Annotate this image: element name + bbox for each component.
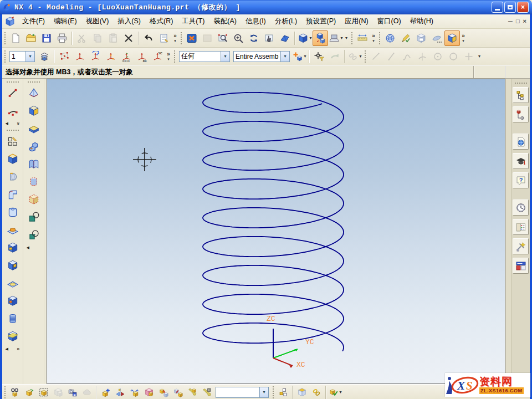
menu-analysis[interactable]: 分析(L) <box>270 15 301 28</box>
system-tools-button[interactable] <box>513 238 529 254</box>
shaded-view-button[interactable]: ▾ <box>297 30 313 46</box>
snap-point-button[interactable]: ▾ <box>347 49 362 64</box>
toolbar-drag-handle[interactable] <box>272 385 274 399</box>
unite-button[interactable] <box>25 208 43 226</box>
help-button[interactable]: ? <box>513 172 529 188</box>
revolve-button[interactable] <box>4 168 22 186</box>
toolbar-drag-handle[interactable] <box>3 385 6 399</box>
zoom-button[interactable] <box>215 30 231 46</box>
extrude-button[interactable] <box>4 150 22 168</box>
component-preview-button[interactable] <box>80 385 94 399</box>
explode-assembly-button[interactable] <box>276 385 290 399</box>
toolbar-overflow-button[interactable]: »▾ <box>460 31 467 45</box>
maximize-button[interactable] <box>504 2 516 13</box>
menu-window[interactable]: 窗口(O) <box>373 15 406 28</box>
toolbar-drag-handle[interactable] <box>378 31 381 45</box>
reset-filter-button[interactable] <box>327 49 342 64</box>
training-button[interactable] <box>513 153 529 169</box>
line-tool-button[interactable] <box>368 49 383 64</box>
wcs-dynamics-button[interactable] <box>72 49 88 64</box>
web-browser-button[interactable] <box>513 258 529 274</box>
pan-view-button[interactable] <box>262 30 277 46</box>
rotate-view-button[interactable] <box>246 30 262 46</box>
graphics-viewport[interactable]: ZCYCXC <box>47 79 505 384</box>
open-button[interactable] <box>23 30 39 46</box>
menu-view[interactable]: 视图(V) <box>81 15 114 28</box>
toolbar-overflow-button[interactable]: »▾ <box>370 31 377 45</box>
thread-button[interactable] <box>4 310 22 328</box>
menu-information[interactable]: 信息(I) <box>241 15 270 28</box>
point-tool-button[interactable] <box>461 49 477 64</box>
menu-assemblies[interactable]: 装配(A) <box>209 15 241 28</box>
toolbar-drag-handle[interactable] <box>514 81 528 84</box>
mdi-close-button[interactable]: × <box>523 18 526 24</box>
wave-geometry-linker-button[interactable] <box>295 385 309 399</box>
spline-tool-button[interactable] <box>399 49 415 64</box>
sheet-operation-button[interactable] <box>429 30 444 46</box>
wcs-set-yc-button[interactable]: YC <box>150 49 165 64</box>
open-component-button[interactable] <box>22 385 37 399</box>
menu-file[interactable]: 文件(F) <box>18 15 49 28</box>
part-navigator-button[interactable] <box>513 106 529 122</box>
close-button[interactable]: × <box>517 2 529 13</box>
datum-plane-button[interactable] <box>25 84 43 102</box>
selection-filter-combo-dropdown-button[interactable]: ▾ <box>221 52 229 62</box>
hole-button[interactable] <box>4 292 22 310</box>
toolbar-drag-handle[interactable] <box>6 80 20 83</box>
move-component-button[interactable] <box>127 385 142 399</box>
snapshot-button[interactable]: ▾ <box>328 30 344 46</box>
block-button[interactable] <box>25 102 43 120</box>
toolbar-collapse-control[interactable]: ◀» <box>4 345 21 353</box>
trim-body-button[interactable] <box>4 328 22 345</box>
toolbar-drag-handle[interactable] <box>364 49 366 64</box>
cut-button[interactable] <box>74 30 90 46</box>
toolbar-overflow-button[interactable]: »▾ <box>165 49 172 64</box>
selection-scope-combo[interactable]: Entire Assemb▾ <box>233 51 290 62</box>
toolbar-drag-handle[interactable] <box>6 129 20 131</box>
toolbar-overflow-button[interactable]: »▾ <box>172 31 178 45</box>
component-name-combo[interactable]: ▾ <box>216 387 269 398</box>
basic-curves-arc-button[interactable] <box>4 102 22 120</box>
new-button[interactable] <box>8 30 23 46</box>
perspective-button[interactable] <box>277 30 293 46</box>
pocket-button[interactable] <box>4 239 22 257</box>
delete-button[interactable] <box>121 30 136 46</box>
menu-preferences[interactable]: 预设置(P) <box>301 15 340 28</box>
toolbar-drag-handle[interactable] <box>180 31 182 45</box>
wcs-origin-button[interactable]: (0,0,0) <box>119 49 134 64</box>
face-analysis-button[interactable] <box>382 30 398 46</box>
circle-center-button[interactable] <box>430 49 446 64</box>
menu-insert[interactable]: 插入(S) <box>113 15 145 28</box>
assembly-constraints-button[interactable] <box>142 385 156 399</box>
find-component-button[interactable] <box>8 385 22 399</box>
work-layer-combo[interactable]: 1▾ <box>9 51 35 62</box>
paste-button[interactable] <box>105 30 121 46</box>
selection-filter-combo[interactable]: 任何▾ <box>179 51 230 62</box>
minimize-button[interactable] <box>492 2 503 13</box>
sweep-along-guide-button[interactable] <box>4 186 22 203</box>
toolbar-drag-handle[interactable] <box>173 49 176 64</box>
layer-settings-button[interactable] <box>37 49 52 64</box>
instance-cylinder-button[interactable] <box>25 173 43 191</box>
selection-scope-combo-dropdown-button[interactable]: ▾ <box>280 52 289 62</box>
zoom-to-box-button[interactable] <box>200 30 215 46</box>
menu-application[interactable]: 应用(N) <box>340 15 372 28</box>
basic-curves-line-button[interactable] <box>4 84 22 102</box>
toolbar-drag-handle[interactable] <box>3 31 6 45</box>
orient-view-button[interactable] <box>313 30 328 46</box>
form-feature-navigator-button[interactable] <box>25 155 43 173</box>
wcs-rotate-button[interactable] <box>88 49 103 64</box>
assembly-navigator-button[interactable] <box>513 87 529 103</box>
save-button[interactable] <box>39 30 54 46</box>
substitute-component-button[interactable] <box>171 385 185 399</box>
show-hide-component-button[interactable] <box>51 385 65 399</box>
select-component-button[interactable] <box>37 385 51 399</box>
fit-view-button[interactable] <box>184 30 200 46</box>
palettes-button[interactable] <box>513 219 529 235</box>
menu-help[interactable]: 帮助(H) <box>406 15 438 28</box>
boss-pad-button[interactable] <box>25 120 43 137</box>
copy-button[interactable] <box>90 30 105 46</box>
wcs-display-button[interactable] <box>57 49 72 64</box>
line-segment-button[interactable] <box>383 49 399 64</box>
add-component-button[interactable] <box>99 385 113 399</box>
